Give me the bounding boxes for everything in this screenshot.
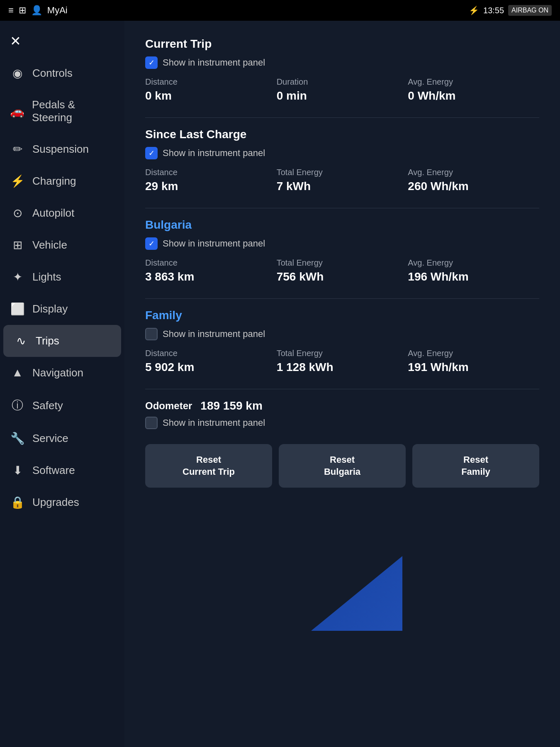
- bulgaria-checkbox[interactable]: ✓: [145, 237, 158, 250]
- upgrades-icon: 🔒: [10, 496, 25, 509]
- bulgaria-instrument-label: Show in instrument panel: [163, 238, 265, 249]
- sidebar-item-safety[interactable]: ⓘ Safety: [0, 388, 124, 422]
- sidebar-item-navigation[interactable]: ▲ Navigation: [0, 357, 124, 388]
- family-checkbox[interactable]: [145, 328, 158, 340]
- upgrades-label: Upgrades: [32, 496, 79, 509]
- family-section: Family Show in instrument panel Distance…: [145, 309, 539, 374]
- close-button[interactable]: ✕: [0, 29, 124, 53]
- status-bar-left: ≡ ⊞ 👤 MyAi: [8, 5, 68, 16]
- current-trip-duration: Duration 0 min: [277, 77, 408, 103]
- current-trip-stats: Distance 0 km Duration 0 min Avg. Energy…: [145, 77, 539, 103]
- reset-family-label: ResetFamily: [461, 454, 490, 477]
- divider-3: [145, 298, 539, 299]
- family-avg-energy-value: 191 Wh/km: [408, 361, 539, 374]
- current-trip-energy-label: Avg. Energy: [408, 77, 539, 87]
- service-label: Service: [32, 432, 68, 445]
- current-trip-energy: Avg. Energy 0 Wh/km: [408, 77, 539, 103]
- bulgaria-avg-energy: Avg. Energy 196 Wh/km: [408, 258, 539, 283]
- since-last-charge-distance-value: 29 km: [145, 180, 277, 193]
- current-trip-duration-label: Duration: [277, 77, 408, 87]
- reset-buttons-container: ResetCurrent Trip ResetBulgaria ResetFam…: [145, 444, 539, 488]
- odometer-row: Odometer 189 159 km: [145, 399, 539, 413]
- current-trip-duration-value: 0 min: [277, 89, 408, 103]
- menu-icon[interactable]: ≡: [8, 5, 14, 16]
- since-last-charge-distance-label: Distance: [145, 168, 277, 177]
- bulgaria-avg-energy-label: Avg. Energy: [408, 258, 539, 268]
- sidebar-item-charging[interactable]: ⚡ Charging: [0, 165, 124, 197]
- sidebar: ✕ ◉ Controls 🚗 Pedals & Steering ✏ Suspe…: [0, 21, 124, 747]
- safety-icon: ⓘ: [10, 398, 25, 413]
- autopilot-label: Autopilot: [32, 207, 74, 220]
- divider-2: [145, 208, 539, 208]
- trips-label: Trips: [36, 334, 59, 347]
- reset-bulgaria-button[interactable]: ResetBulgaria: [279, 444, 406, 488]
- status-bar: ≡ ⊞ 👤 MyAi ⚡ 13:55 AIRBAG ON: [0, 0, 560, 21]
- family-avg-energy-label: Avg. Energy: [408, 349, 539, 358]
- reset-bulgaria-label: ResetBulgaria: [324, 454, 360, 477]
- current-trip-checkbox[interactable]: ✓: [145, 56, 158, 69]
- bulgaria-energy-total-label: Total Energy: [277, 258, 408, 268]
- bulgaria-stats: Distance 3 863 km Total Energy 756 kWh A…: [145, 258, 539, 283]
- bulgaria-section: Bulgaria ✓ Show in instrument panel Dist…: [145, 218, 539, 283]
- bulgaria-instrument-row: ✓ Show in instrument panel: [145, 237, 539, 250]
- family-title: Family: [145, 309, 539, 322]
- family-avg-energy: Avg. Energy 191 Wh/km: [408, 349, 539, 374]
- safety-label: Safety: [32, 399, 63, 412]
- since-last-charge-avg-energy-value: 260 Wh/km: [408, 180, 539, 193]
- reset-current-trip-label: ResetCurrent Trip: [183, 454, 235, 477]
- display-icon: ⬜: [10, 302, 25, 316]
- reset-current-trip-button[interactable]: ResetCurrent Trip: [145, 444, 272, 488]
- username: MyAi: [47, 5, 68, 16]
- current-trip-distance: Distance 0 km: [145, 77, 277, 103]
- reset-family-button[interactable]: ResetFamily: [412, 444, 539, 488]
- autopilot-icon: ⊙: [10, 206, 25, 220]
- software-label: Software: [32, 464, 75, 477]
- grid-icon[interactable]: ⊞: [19, 5, 26, 16]
- sidebar-item-vehicle[interactable]: ⊞ Vehicle: [0, 229, 124, 261]
- controls-label: Controls: [32, 67, 73, 80]
- lights-icon: ✦: [10, 270, 25, 284]
- family-energy-total-label: Total Energy: [277, 349, 408, 358]
- bulgaria-distance: Distance 3 863 km: [145, 258, 277, 283]
- family-distance-value: 5 902 km: [145, 361, 277, 374]
- bulgaria-distance-label: Distance: [145, 258, 277, 268]
- current-trip-energy-value: 0 Wh/km: [408, 89, 539, 103]
- since-last-charge-instrument-row: ✓ Show in instrument panel: [145, 147, 539, 159]
- profile-icon[interactable]: 👤: [31, 5, 42, 16]
- sidebar-item-display[interactable]: ⬜ Display: [0, 293, 124, 325]
- suspension-label: Suspension: [32, 143, 89, 156]
- bulgaria-title: Bulgaria: [145, 218, 539, 232]
- software-icon: ⬇: [10, 464, 25, 477]
- odometer-section: Odometer 189 159 km Show in instrument p…: [145, 399, 539, 429]
- time-display: 13:55: [483, 6, 504, 15]
- current-trip-distance-value: 0 km: [145, 89, 277, 103]
- odometer-checkbox[interactable]: [145, 417, 158, 429]
- checkbox-check-icon-2: ✓: [149, 149, 155, 157]
- family-distance: Distance 5 902 km: [145, 349, 277, 374]
- checkbox-check-icon: ✓: [149, 59, 155, 66]
- charging-icon: ⚡: [469, 5, 479, 15]
- sidebar-item-service[interactable]: 🔧 Service: [0, 422, 124, 454]
- sidebar-item-controls[interactable]: ◉ Controls: [0, 57, 124, 89]
- divider-1: [145, 117, 539, 118]
- family-stats: Distance 5 902 km Total Energy 1 128 kWh…: [145, 349, 539, 374]
- family-instrument-row: Show in instrument panel: [145, 328, 539, 340]
- sidebar-item-pedals[interactable]: 🚗 Pedals & Steering: [0, 89, 124, 133]
- pedals-label: Pedals & Steering: [32, 98, 114, 124]
- since-last-charge-distance: Distance 29 km: [145, 168, 277, 193]
- airbag-status: AIRBAG ON: [508, 5, 552, 16]
- odometer-value: 189 159 km: [200, 399, 262, 413]
- sidebar-item-lights[interactable]: ✦ Lights: [0, 261, 124, 293]
- sidebar-item-trips[interactable]: ∿ Trips: [3, 325, 121, 357]
- current-trip-distance-label: Distance: [145, 77, 277, 87]
- bulgaria-energy-total: Total Energy 756 kWh: [277, 258, 408, 283]
- vehicle-label: Vehicle: [32, 239, 67, 251]
- status-bar-right: ⚡ 13:55 AIRBAG ON: [469, 5, 552, 16]
- bulgaria-distance-value: 3 863 km: [145, 270, 277, 283]
- sidebar-item-upgrades[interactable]: 🔒 Upgrades: [0, 486, 124, 518]
- bulgaria-energy-total-value: 756 kWh: [277, 270, 408, 283]
- since-last-charge-checkbox[interactable]: ✓: [145, 147, 158, 159]
- sidebar-item-suspension[interactable]: ✏ Suspension: [0, 133, 124, 165]
- sidebar-item-autopilot[interactable]: ⊙ Autopilot: [0, 197, 124, 229]
- sidebar-item-software[interactable]: ⬇ Software: [0, 454, 124, 486]
